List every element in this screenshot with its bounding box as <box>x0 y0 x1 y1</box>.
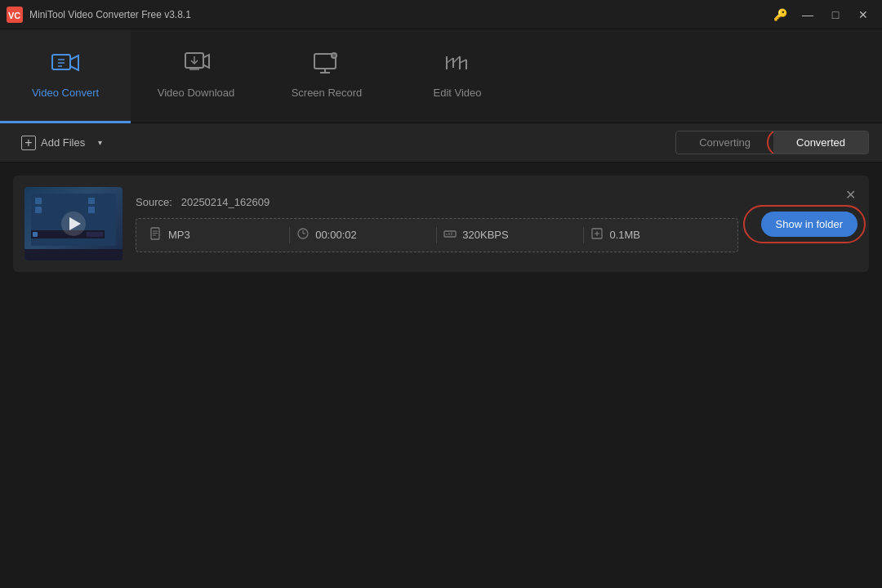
duration-icon <box>296 227 310 243</box>
duration-value: 00:00:02 <box>315 229 357 241</box>
thumbnail-taskbar <box>24 249 122 261</box>
svg-line-19 <box>460 60 466 63</box>
navbar: Video Convert Video Download Screen <box>0 29 882 123</box>
nav-item-edit-video[interactable]: Edit Video <box>392 29 523 123</box>
svg-line-17 <box>453 56 460 63</box>
video-convert-icon <box>51 51 79 80</box>
app-logo-icon: VC <box>7 7 23 23</box>
nav-label-video-download: Video Download <box>158 87 234 99</box>
subtoolbar: + Add Files ▾ Converting Converted <box>0 123 882 163</box>
nav-item-video-convert[interactable]: Video Convert <box>0 29 131 123</box>
key-button[interactable]: 🔑 <box>768 5 792 24</box>
nav-item-screen-record[interactable]: Screen Record <box>261 29 392 123</box>
size-value: 0.1MB <box>609 229 640 241</box>
svg-rect-28 <box>87 232 103 237</box>
format-item: MP3 <box>149 227 283 243</box>
tab-converted[interactable]: Converted <box>773 131 868 154</box>
play-icon <box>69 217 81 230</box>
minimize-button[interactable]: — <box>795 5 820 24</box>
nav-item-video-download[interactable]: Video Download <box>131 29 261 123</box>
window-controls: 🔑 — □ ✕ <box>768 5 875 24</box>
main-content: Source: 20250214_162609 MP3 00:00:02 <box>0 163 882 588</box>
show-in-folder-button[interactable]: Show in folder <box>761 212 858 237</box>
svg-line-15 <box>447 58 453 63</box>
file-card: Source: 20250214_162609 MP3 00:00:02 <box>13 176 869 272</box>
file-thumbnail[interactable] <box>24 187 122 261</box>
svg-text:VC: VC <box>8 11 20 20</box>
titlebar: VC MiniTool Video Converter Free v3.8.1 … <box>0 0 882 29</box>
svg-rect-36 <box>444 231 456 237</box>
add-files-button[interactable]: + Add Files <box>13 131 93 155</box>
source-value: 20250214_162609 <box>181 196 270 208</box>
tab-converting[interactable]: Converting <box>676 131 773 154</box>
svg-rect-24 <box>88 198 95 204</box>
size-item: 0.1MB <box>590 227 724 243</box>
play-button[interactable] <box>61 212 86 236</box>
svg-point-11 <box>332 54 336 57</box>
tab-group: Converting Converted <box>675 131 869 154</box>
size-icon <box>590 227 604 243</box>
close-window-button[interactable]: ✕ <box>851 5 875 24</box>
edit-video-icon <box>443 51 471 80</box>
maximize-button[interactable]: □ <box>823 5 848 24</box>
conversion-row: MP3 00:00:02 320KBPS <box>136 218 738 252</box>
bitrate-icon <box>443 227 457 243</box>
screen-record-icon <box>313 51 341 80</box>
svg-rect-23 <box>33 232 38 237</box>
add-files-label: Add Files <box>41 136 85 149</box>
add-files-plus-icon: + <box>21 136 36 150</box>
source-line: Source: 20250214_162609 <box>136 196 738 208</box>
app-title: MiniTool Video Converter Free v3.8.1 <box>29 9 768 20</box>
svg-rect-27 <box>35 207 42 213</box>
converted-tab-wrapper: Converted <box>773 131 868 154</box>
show-in-folder-wrapper: Show in folder <box>751 212 858 237</box>
nav-label-video-convert: Video Convert <box>32 87 99 99</box>
duration-item: 00:00:02 <box>296 227 430 243</box>
svg-rect-2 <box>52 55 70 69</box>
divider-1 <box>289 227 290 243</box>
divider-3 <box>583 227 584 243</box>
nav-label-edit-video: Edit Video <box>433 87 481 99</box>
svg-rect-26 <box>35 198 42 204</box>
divider-2 <box>436 227 437 243</box>
bitrate-value: 320KBPS <box>462 229 508 241</box>
video-download-icon <box>182 51 210 80</box>
card-close-button[interactable]: ✕ <box>841 185 859 203</box>
source-label: Source: <box>136 196 172 208</box>
file-info: Source: 20250214_162609 MP3 00:00:02 <box>136 196 738 252</box>
nav-label-screen-record: Screen Record <box>292 87 363 99</box>
format-value: MP3 <box>168 229 190 241</box>
add-files-dropdown-button[interactable]: ▾ <box>93 133 107 152</box>
svg-rect-25 <box>88 207 95 213</box>
bitrate-item: 320KBPS <box>443 227 577 243</box>
format-icon <box>149 227 163 243</box>
